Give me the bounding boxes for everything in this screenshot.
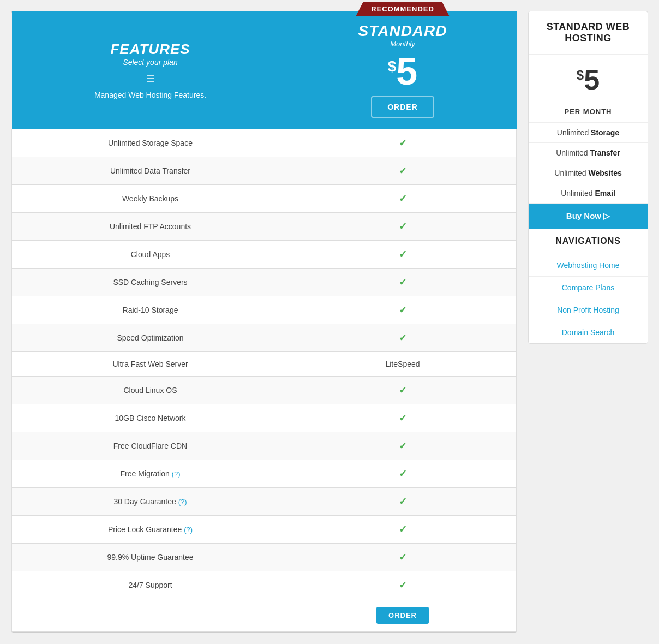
nav-link[interactable]: Compare Plans (529, 277, 648, 299)
check-icon: ✓ (399, 277, 407, 288)
table-row: Free Migration (?)✓ (12, 460, 517, 488)
check-icon: ✓ (399, 440, 407, 451)
feature-name-cell: SSD Caching Servers (12, 269, 289, 296)
bottom-order-row: ORDER (12, 599, 517, 632)
table-row: Weekly Backups✓ (12, 185, 517, 213)
standard-monthly: Monthly (297, 40, 508, 48)
table-row: 10GB Cisco Network✓ (12, 404, 517, 432)
features-header-cell: FEATURES Select your plan ☰ Managed Web … (12, 11, 289, 129)
feature-value-cell: ✓ (289, 460, 517, 488)
table-row: Free CloudFlare CDN✓ (12, 432, 517, 460)
check-icon: ✓ (399, 193, 407, 204)
order-button-top[interactable]: ORDER (371, 96, 434, 118)
check-icon: ✓ (399, 221, 407, 232)
tooltip-link[interactable]: (?) (172, 470, 181, 478)
standard-header-cell: RECOMMENDED STANDARD Monthly $5 ORDER (289, 11, 517, 129)
feature-name-cell: Cloud Apps (12, 241, 289, 269)
feature-name-cell: Weekly Backups (12, 185, 289, 213)
feature-name-cell: Free Migration (?) (12, 460, 289, 488)
nav-title: NAVIGATIONS (529, 229, 648, 254)
feature-value-cell: ✓ (289, 544, 517, 571)
table-row: Unlimited FTP Accounts✓ (12, 213, 517, 241)
main-table: FEATURES Select your plan ☰ Managed Web … (11, 11, 517, 633)
table-row: Price Lock Guarantee (?)✓ (12, 516, 517, 544)
check-icon: ✓ (399, 385, 407, 396)
check-icon: ✓ (399, 413, 407, 424)
nav-link[interactable]: Webhosting Home (529, 254, 648, 277)
feature-name-cell: Speed Optimization (12, 324, 289, 352)
filter-icon: ☰ (20, 73, 281, 85)
sidebar-dollar: $ (577, 68, 584, 82)
price-value: 5 (396, 50, 417, 93)
sidebar-price: $5 (529, 55, 648, 105)
bottom-order-empty (12, 599, 289, 632)
table-row: 99.9% Uptime Guarantee✓ (12, 544, 517, 571)
feature-name-cell: 10GB Cisco Network (12, 404, 289, 432)
feature-name-cell: Unlimited Storage Space (12, 129, 289, 157)
features-subtitle: Select your plan (20, 58, 281, 67)
feature-name-cell: Free CloudFlare CDN (12, 432, 289, 460)
feature-value-cell: ✓ (289, 269, 517, 296)
litespeed-text: LiteSpeed (385, 360, 420, 368)
feature-name-cell: 24/7 Support (12, 571, 289, 599)
check-icon: ✓ (399, 165, 407, 176)
sidebar-feature-item: Unlimited Websites (529, 163, 648, 183)
feature-value-cell: ✓ (289, 241, 517, 269)
feature-name-cell: Ultra Fast Web Server (12, 352, 289, 377)
feature-value-cell: ✓ (289, 488, 517, 516)
feature-value-cell: ✓ (289, 157, 517, 185)
table-row: Ultra Fast Web ServerLiteSpeed (12, 352, 517, 377)
sidebar-features: Unlimited StorageUnlimited TransferUnlim… (529, 123, 648, 204)
tooltip-link[interactable]: (?) (178, 498, 187, 506)
bottom-order-cell: ORDER (289, 599, 517, 632)
nav-link[interactable]: Domain Search (529, 321, 648, 343)
feature-value-cell: ✓ (289, 213, 517, 241)
feature-name-cell: Raid-10 Storage (12, 296, 289, 324)
table-row: Cloud Apps✓ (12, 241, 517, 269)
table-row: Cloud Linux OS✓ (12, 377, 517, 404)
feature-value-cell: LiteSpeed (289, 352, 517, 377)
sidebar-feature-item: Unlimited Storage (529, 123, 648, 143)
buy-now-button[interactable]: Buy Now ▷ (529, 204, 648, 229)
check-icon: ✓ (399, 580, 407, 591)
feature-value-cell: ✓ (289, 571, 517, 599)
per-month: PER MONTH (529, 105, 648, 123)
feature-name-cell: 99.9% Uptime Guarantee (12, 544, 289, 571)
table-row: 30 Day Guarantee (?)✓ (12, 488, 517, 516)
feature-value-cell: ✓ (289, 324, 517, 352)
check-icon: ✓ (399, 249, 407, 260)
sidebar-price-value: 5 (584, 64, 600, 96)
sidebar-title: STANDARD WEB HOSTING (529, 11, 648, 55)
feature-name-cell: Price Lock Guarantee (?) (12, 516, 289, 544)
check-icon: ✓ (399, 524, 407, 535)
table-row: Unlimited Data Transfer✓ (12, 157, 517, 185)
price-display: $5 (388, 52, 418, 91)
table-row: 24/7 Support✓ (12, 571, 517, 599)
table-row: Speed Optimization✓ (12, 324, 517, 352)
order-button-bottom[interactable]: ORDER (376, 607, 429, 624)
check-icon: ✓ (399, 305, 407, 315)
feature-value-cell: ✓ (289, 432, 517, 460)
tooltip-link[interactable]: (?) (184, 526, 193, 534)
feature-name-cell: 30 Day Guarantee (?) (12, 488, 289, 516)
sidebar: STANDARD WEB HOSTING $5 PER MONTH Unlimi… (528, 11, 648, 344)
feature-value-cell: ✓ (289, 129, 517, 157)
table-row: SSD Caching Servers✓ (12, 269, 517, 296)
check-icon: ✓ (399, 332, 407, 343)
sidebar-feature-item: Unlimited Transfer (529, 143, 648, 163)
check-icon: ✓ (399, 138, 407, 148)
sidebar-feature-item: Unlimited Email (529, 183, 648, 204)
table-row: Raid-10 Storage✓ (12, 296, 517, 324)
managed-text: Managed Web Hosting Features. (20, 91, 281, 99)
feature-value-cell: ✓ (289, 404, 517, 432)
recommended-badge: RECOMMENDED (356, 2, 450, 16)
nav-link[interactable]: Non Profit Hosting (529, 299, 648, 321)
check-icon: ✓ (399, 552, 407, 563)
nav-links: Webhosting HomeCompare PlansNon Profit H… (529, 254, 648, 343)
feature-value-cell: ✓ (289, 296, 517, 324)
check-icon: ✓ (399, 468, 407, 479)
features-title: FEATURES (20, 41, 281, 58)
feature-value-cell: ✓ (289, 185, 517, 213)
check-icon: ✓ (399, 496, 407, 507)
table-row: Unlimited Storage Space✓ (12, 129, 517, 157)
